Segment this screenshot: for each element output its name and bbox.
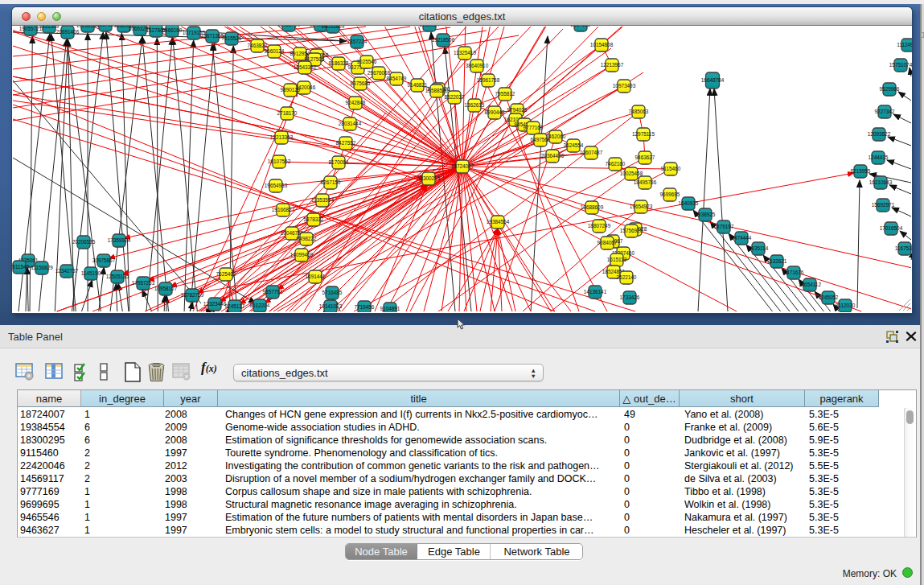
svg-text:1362615: 1362615 [465, 102, 485, 108]
svg-text:8938925: 8938925 [696, 212, 716, 217]
svg-text:9242848: 9242848 [346, 100, 366, 105]
svg-text:8612204: 8612204 [250, 303, 270, 308]
svg-text:17359924: 17359924 [108, 237, 131, 243]
svg-text:1244415: 1244415 [869, 154, 889, 160]
svg-text:2687682: 2687682 [571, 26, 591, 27]
svg-text:20364436: 20364436 [541, 153, 565, 159]
svg-text:10654112: 10654112 [799, 282, 821, 287]
svg-text:5716485: 5716485 [322, 290, 343, 295]
svg-text:1025546: 1025546 [357, 59, 377, 64]
svg-text:1640935: 1640935 [679, 200, 699, 206]
svg-text:2935114: 2935114 [749, 245, 769, 251]
svg-text:8186328: 8186328 [329, 60, 349, 66]
svg-text:18807249: 18807249 [588, 223, 611, 229]
svg-text:1615112: 1615112 [607, 257, 627, 262]
svg-text:15751074: 15751074 [889, 62, 912, 68]
svg-text:8112030: 8112030 [836, 303, 856, 308]
svg-text:9146821: 9146821 [408, 82, 428, 88]
svg-text:16648784: 16648784 [701, 77, 725, 83]
svg-text:11124937: 11124937 [897, 42, 912, 47]
svg-text:7719456: 7719456 [355, 304, 375, 310]
svg-text:16033809: 16033809 [322, 26, 345, 29]
svg-text:7515526: 7515526 [222, 35, 242, 41]
svg-text:9227342: 9227342 [875, 109, 895, 114]
svg-text:7357224: 7357224 [347, 39, 368, 44]
svg-text:9699695: 9699695 [660, 192, 680, 197]
svg-text:15756920: 15756920 [620, 228, 643, 233]
svg-text:38640910: 38640910 [466, 63, 489, 68]
svg-text:9660124: 9660124 [265, 48, 285, 54]
svg-text:7632621: 7632621 [767, 258, 787, 264]
svg-text:19033790: 19033790 [277, 26, 301, 27]
svg-text:7462160: 7462160 [606, 161, 626, 167]
svg-text:9777169: 9777169 [524, 125, 544, 130]
svg-text:8375685: 8375685 [351, 80, 371, 86]
svg-text:11353594: 11353594 [311, 197, 334, 203]
svg-text:16107552: 16107552 [268, 159, 291, 164]
svg-text:14099469: 14099469 [290, 252, 314, 257]
svg-text:6466160: 6466160 [162, 27, 183, 33]
svg-text:9115460: 9115460 [661, 166, 681, 171]
svg-text:1145190: 1145190 [81, 270, 101, 276]
svg-text:9890129: 9890129 [281, 87, 301, 93]
svg-text:20206535: 20206535 [72, 239, 96, 245]
svg-text:9104891: 9104891 [380, 306, 400, 311]
svg-text:12213363: 12213363 [270, 134, 294, 140]
svg-text:7955812: 7955812 [495, 91, 515, 97]
svg-text:8990448: 8990448 [485, 109, 505, 115]
svg-text:10958107: 10958107 [154, 286, 178, 291]
svg-text:8427552: 8427552 [336, 140, 356, 146]
svg-text:1733426: 1733426 [620, 295, 640, 300]
svg-text:7485063: 7485063 [629, 109, 649, 114]
svg-text:2522140: 2522140 [617, 274, 637, 280]
svg-text:19384554: 19384554 [487, 219, 510, 225]
svg-text:18724007: 18724007 [451, 163, 474, 169]
svg-text:10141003: 10141003 [319, 303, 343, 309]
svg-text:9794028: 9794028 [507, 107, 528, 113]
svg-text:3911540: 3911540 [12, 264, 30, 270]
svg-text:2718170: 2718170 [277, 110, 298, 116]
svg-text:17957253: 17957253 [132, 280, 155, 286]
svg-text:9084067: 9084067 [598, 240, 618, 245]
svg-text:11156829: 11156829 [31, 265, 53, 270]
svg-text:16671355: 16671355 [201, 33, 224, 39]
svg-text:10607487: 10607487 [580, 150, 603, 155]
svg-text:14136141: 14136141 [584, 289, 607, 295]
svg-text:15588520: 15588520 [425, 88, 449, 93]
svg-text:8454749: 8454749 [387, 76, 407, 81]
svg-text:10025458: 10025458 [620, 171, 643, 176]
svg-text:16961758: 16961758 [477, 77, 500, 83]
svg-text:8267150: 8267150 [321, 179, 341, 185]
svg-text:12342737: 12342737 [55, 268, 79, 274]
svg-text:3624554: 3624554 [564, 142, 584, 148]
svg-text:6498222: 6498222 [297, 236, 317, 241]
svg-text:9245137: 9245137 [225, 303, 245, 309]
svg-text:16210643: 16210643 [869, 179, 893, 185]
svg-text:12975115: 12975115 [632, 131, 655, 137]
svg-text:8813054: 8813054 [420, 26, 440, 27]
svg-text:19166827: 19166827 [272, 207, 295, 212]
svg-text:12323446: 12323446 [203, 301, 227, 307]
svg-text:18300295: 18300295 [417, 175, 441, 181]
svg-text:1167534: 1167534 [895, 245, 912, 251]
svg-text:16543362: 16543362 [294, 64, 317, 70]
svg-text:28031444: 28031444 [339, 121, 362, 126]
svg-text:8471676: 8471676 [784, 270, 804, 275]
svg-text:12093822: 12093822 [868, 131, 891, 137]
svg-text:9463627: 9463627 [635, 154, 655, 160]
svg-text:10688609: 10688609 [581, 204, 604, 210]
svg-text:10973493: 10973493 [613, 83, 636, 89]
svg-text:9857791: 9857791 [263, 289, 283, 295]
svg-text:18495786: 18495786 [634, 179, 657, 185]
svg-text:7462060: 7462060 [546, 134, 566, 139]
svg-text:19218506: 19218506 [432, 37, 455, 43]
svg-text:8170064: 8170064 [329, 159, 349, 165]
svg-text:9474444: 9474444 [732, 235, 752, 241]
svg-text:12213967: 12213967 [601, 62, 624, 68]
svg-text:19654923: 19654923 [630, 204, 653, 209]
svg-text:6879197: 6879197 [714, 224, 734, 229]
svg-text:30975867: 30975867 [92, 257, 116, 263]
svg-text:20691406: 20691406 [56, 29, 80, 35]
svg-text:12505135: 12505135 [106, 274, 129, 279]
svg-text:15692971: 15692971 [872, 202, 895, 208]
